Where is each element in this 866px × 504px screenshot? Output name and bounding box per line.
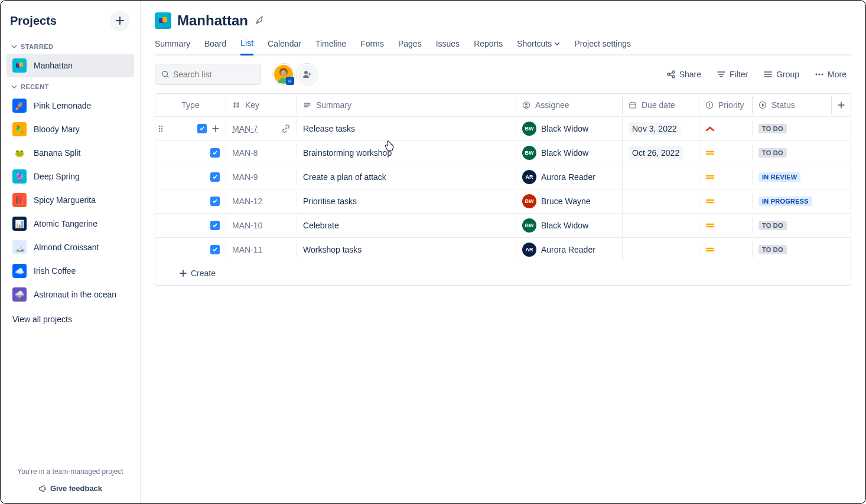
tab-list[interactable]: List	[240, 35, 253, 55]
due-date-cell[interactable]	[623, 221, 699, 230]
sidebar-item-banana-split[interactable]: 🐸Banana Split	[6, 141, 134, 165]
sidebar-item-irish-coffee[interactable]: ☁️Irish Coffee	[6, 259, 134, 283]
priority-cell[interactable]	[699, 193, 753, 210]
tab-reports[interactable]: Reports	[474, 35, 503, 54]
priority-cell[interactable]	[699, 169, 753, 185]
tab-summary[interactable]: Summary	[155, 35, 190, 54]
project-icon	[12, 58, 27, 73]
group-button[interactable]: Group	[758, 66, 804, 83]
sidebar-item-pink-lemonade[interactable]: 🚀Pink Lemonade	[6, 94, 134, 117]
search-input-wrapper[interactable]	[155, 64, 261, 85]
table-row[interactable]: MAN-9 Create a plan of attack AR Aurora …	[155, 165, 851, 189]
table-row[interactable]: MAN-8 Brainstorming workshop BW Black Wi…	[155, 141, 851, 165]
status-cell[interactable]: IN REVIEW	[753, 168, 832, 186]
due-date-cell[interactable]	[623, 197, 699, 206]
table-row[interactable]: MAN-12 Prioritise tasks BW Bruce Wayne I…	[155, 189, 851, 214]
sidebar-item-manhattan[interactable]: Manhattan	[6, 54, 134, 77]
due-date-cell[interactable]: Oct 26, 2022	[623, 142, 699, 164]
sidebar-item-astronaut-in-the-ocean[interactable]: ⛈️Astronaut in the ocean	[6, 283, 134, 306]
share-button[interactable]: Share	[662, 66, 706, 83]
tab-issues[interactable]: Issues	[436, 35, 460, 54]
due-date-cell[interactable]	[623, 172, 699, 182]
give-feedback-button[interactable]: Give feedback	[6, 479, 134, 498]
copy-link-icon[interactable]	[281, 124, 291, 133]
assignee-cell[interactable]: BW Black Widow	[516, 214, 623, 237]
col-type[interactable]: Type	[155, 96, 226, 114]
tab-project-settings[interactable]: Project settings	[574, 35, 631, 54]
more-button[interactable]: More	[810, 66, 851, 83]
col-priority[interactable]: Priority	[699, 96, 753, 114]
project-icon: 🚀	[12, 99, 27, 113]
assignee-cell[interactable]: AR Aurora Reader	[516, 165, 623, 189]
col-assignee[interactable]: Assignee	[516, 96, 623, 114]
recent-section-header[interactable]: RECENT	[6, 77, 134, 94]
priority-cell[interactable]	[699, 120, 753, 137]
status-cell[interactable]: TO DO	[753, 240, 832, 259]
tab-forms[interactable]: Forms	[360, 35, 384, 54]
assignee-name: Black Widow	[541, 221, 588, 230]
sidebar-footer-note: You're in a team-managed project	[6, 464, 134, 479]
user-avatar[interactable]: R	[273, 64, 294, 85]
status-cell[interactable]: IN PROGRESS	[753, 192, 832, 211]
table-row[interactable]: MAN-10 Celebrate BW Black Widow TO DO	[155, 214, 851, 238]
tab-timeline[interactable]: Timeline	[315, 35, 346, 54]
sidebar-item-bloody-mary[interactable]: 🦜Bloody Mary	[6, 117, 134, 141]
sidebar-item-spicy-marguerita[interactable]: 📕Spicy Marguerita	[6, 188, 134, 212]
issue-key-link[interactable]: MAN-8	[232, 148, 258, 158]
issue-summary[interactable]: Release tasks	[297, 119, 516, 138]
starred-section-header[interactable]: STARRED	[6, 37, 134, 54]
priority-cell[interactable]	[699, 241, 753, 258]
tab-shortcuts[interactable]: Shortcuts	[517, 35, 560, 54]
priority-cell[interactable]	[699, 217, 753, 234]
priority-cell[interactable]	[699, 145, 753, 161]
sidebar-item-deep-spring[interactable]: 🔮Deep Spring	[6, 165, 134, 188]
issue-summary[interactable]: Workshop tasks	[297, 240, 516, 259]
issue-key-link[interactable]: MAN-7	[232, 124, 258, 133]
col-due-date[interactable]: Due date	[623, 96, 699, 114]
svg-point-10	[672, 76, 675, 78]
issue-summary[interactable]: Prioritise tasks	[297, 192, 516, 211]
tab-pages[interactable]: Pages	[398, 35, 422, 54]
drag-handle-icon[interactable]	[158, 125, 164, 133]
status-cell[interactable]: TO DO	[753, 119, 832, 138]
megaphone-icon	[38, 485, 47, 493]
project-icon: 📕	[12, 193, 27, 207]
status-cell[interactable]: TO DO	[753, 143, 832, 162]
issue-key-link[interactable]: MAN-10	[232, 221, 262, 230]
due-date-cell[interactable]	[623, 245, 699, 254]
view-all-projects-link[interactable]: View all projects	[6, 306, 134, 324]
issue-summary[interactable]: Create a plan of attack	[297, 168, 516, 186]
add-people-button[interactable]	[297, 64, 318, 85]
issue-summary[interactable]: Brainstorming workshop	[297, 143, 516, 162]
search-input[interactable]	[173, 70, 255, 79]
sidebar-item-almond-croissant[interactable]: 🏔️Almond Croissant	[6, 235, 134, 259]
add-column-button[interactable]	[832, 101, 851, 109]
tab-calendar[interactable]: Calendar	[268, 35, 301, 54]
issue-key-link[interactable]: MAN-12	[232, 197, 262, 206]
edit-project-icon[interactable]	[254, 15, 265, 26]
assignee-cell[interactable]: BW Black Widow	[516, 141, 623, 165]
table-row[interactable]: MAN-11 Workshop tasks AR Aurora Reader T…	[155, 238, 851, 261]
col-summary[interactable]: Summary	[297, 96, 516, 114]
sidebar-item-atomic-tangerine[interactable]: 📊Atomic Tangerine	[6, 212, 134, 235]
add-subtask-icon[interactable]	[211, 125, 220, 133]
col-status[interactable]: Status	[753, 96, 832, 114]
issue-summary[interactable]: Celebrate	[297, 216, 516, 235]
tab-board[interactable]: Board	[204, 35, 226, 54]
assignee-cell[interactable]: BW Bruce Wayne	[516, 189, 623, 213]
issue-key-link[interactable]: MAN-9	[232, 172, 258, 182]
assignee-cell[interactable]: AR Aurora Reader	[516, 238, 623, 261]
col-key[interactable]: Key	[226, 96, 297, 114]
add-project-button[interactable]	[110, 11, 129, 30]
assignee-cell[interactable]: BW Black Widow	[516, 117, 623, 140]
recent-label: RECENT	[21, 83, 49, 90]
svg-point-19	[159, 126, 160, 127]
status-cell[interactable]: TO DO	[753, 216, 832, 235]
plus-icon	[179, 269, 187, 277]
issue-key-link[interactable]: MAN-11	[232, 245, 262, 254]
filter-button[interactable]: Filter	[712, 66, 753, 83]
task-type-icon	[210, 221, 220, 230]
create-issue-button[interactable]: Create	[155, 261, 851, 285]
table-row[interactable]: MAN-7 Release tasks BW Black Widow Nov 3…	[155, 117, 851, 141]
due-date-cell[interactable]: Nov 3, 2022	[623, 117, 699, 140]
